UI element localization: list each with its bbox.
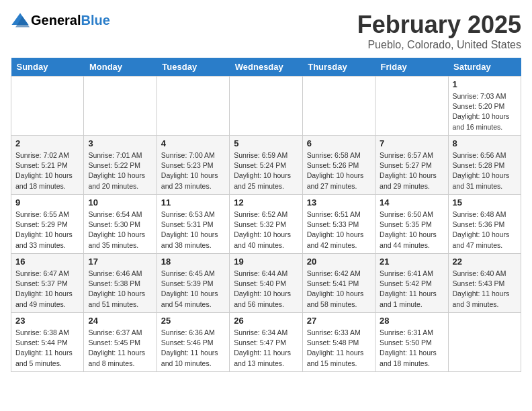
day-number: 11	[161, 197, 225, 208]
day-info: Sunrise: 6:53 AMSunset: 5:31 PMDaylight:…	[161, 210, 225, 250]
calendar-cell: 15Sunrise: 6:48 AMSunset: 5:36 PMDayligh…	[448, 195, 521, 254]
day-number: 7	[380, 138, 443, 148]
day-of-week-header: Sunday	[11, 58, 84, 77]
day-of-week-header: Thursday	[302, 58, 375, 77]
day-info: Sunrise: 7:01 AMSunset: 5:22 PMDaylight:…	[88, 150, 152, 191]
calendar-cell: 3Sunrise: 7:01 AMSunset: 5:22 PMDaylight…	[84, 136, 157, 195]
calendar-cell	[11, 77, 84, 136]
day-number: 23	[15, 316, 79, 326]
calendar-cell: 26Sunrise: 6:34 AMSunset: 5:47 PMDayligh…	[230, 313, 302, 372]
day-info: Sunrise: 6:58 AMSunset: 5:26 PMDaylight:…	[307, 150, 371, 191]
calendar-cell: 6Sunrise: 6:58 AMSunset: 5:26 PMDaylight…	[302, 136, 375, 195]
calendar-cell: 17Sunrise: 6:46 AMSunset: 5:38 PMDayligh…	[84, 254, 157, 313]
calendar-cell: 1Sunrise: 7:03 AMSunset: 5:20 PMDaylight…	[448, 77, 521, 136]
calendar-cell: 11Sunrise: 6:53 AMSunset: 5:31 PMDayligh…	[157, 195, 229, 254]
day-info: Sunrise: 6:46 AMSunset: 5:38 PMDaylight:…	[88, 269, 152, 310]
calendar-cell	[375, 77, 448, 136]
day-info: Sunrise: 6:54 AMSunset: 5:30 PMDaylight:…	[88, 210, 152, 250]
calendar-cell: 24Sunrise: 6:37 AMSunset: 5:45 PMDayligh…	[84, 313, 157, 372]
calendar-cell	[157, 77, 229, 136]
day-info: Sunrise: 6:51 AMSunset: 5:33 PMDaylight:…	[307, 210, 371, 250]
day-info: Sunrise: 6:50 AMSunset: 5:35 PMDaylight:…	[380, 210, 443, 250]
title-block: February 2025 Pueblo, Colorado, United S…	[357, 11, 521, 51]
logo-text: GeneralBlue	[31, 13, 110, 28]
day-of-week-header: Wednesday	[230, 58, 302, 77]
calendar-cell: 13Sunrise: 6:51 AMSunset: 5:33 PMDayligh…	[302, 195, 375, 254]
calendar-cell: 7Sunrise: 6:57 AMSunset: 5:27 PMDaylight…	[375, 136, 448, 195]
day-number: 27	[307, 316, 371, 326]
day-info: Sunrise: 6:59 AMSunset: 5:24 PMDaylight:…	[234, 150, 298, 191]
calendar-cell: 16Sunrise: 6:47 AMSunset: 5:37 PMDayligh…	[11, 254, 84, 313]
day-number: 6	[307, 138, 371, 148]
day-number: 16	[15, 257, 79, 267]
day-number: 22	[453, 257, 517, 267]
day-of-week-header: Monday	[84, 58, 157, 77]
day-info: Sunrise: 6:47 AMSunset: 5:37 PMDaylight:…	[15, 269, 79, 310]
calendar-cell	[302, 77, 375, 136]
calendar-cell: 10Sunrise: 6:54 AMSunset: 5:30 PMDayligh…	[84, 195, 157, 254]
calendar-cell: 21Sunrise: 6:41 AMSunset: 5:42 PMDayligh…	[375, 254, 448, 313]
month-title: February 2025	[357, 11, 521, 39]
day-of-week-header: Friday	[375, 58, 448, 77]
day-header-row: SundayMondayTuesdayWednesdayThursdayFrid…	[11, 58, 521, 77]
logo-icon	[11, 11, 30, 30]
day-info: Sunrise: 6:31 AMSunset: 5:50 PMDaylight:…	[380, 328, 443, 369]
calendar-cell: 9Sunrise: 6:55 AMSunset: 5:29 PMDaylight…	[11, 195, 84, 254]
calendar-cell	[448, 313, 521, 372]
calendar-cell: 8Sunrise: 6:56 AMSunset: 5:28 PMDaylight…	[448, 136, 521, 195]
day-info: Sunrise: 6:40 AMSunset: 5:43 PMDaylight:…	[453, 269, 517, 310]
day-info: Sunrise: 6:37 AMSunset: 5:45 PMDaylight:…	[88, 328, 152, 369]
calendar-week-row: 16Sunrise: 6:47 AMSunset: 5:37 PMDayligh…	[11, 254, 521, 313]
day-number: 19	[234, 257, 298, 267]
day-info: Sunrise: 6:48 AMSunset: 5:36 PMDaylight:…	[453, 210, 517, 250]
day-number: 2	[15, 138, 79, 148]
calendar-cell: 27Sunrise: 6:33 AMSunset: 5:48 PMDayligh…	[302, 313, 375, 372]
day-number: 9	[15, 197, 79, 208]
day-info: Sunrise: 6:55 AMSunset: 5:29 PMDaylight:…	[15, 210, 79, 250]
day-number: 10	[88, 197, 152, 208]
day-info: Sunrise: 7:03 AMSunset: 5:20 PMDaylight:…	[453, 91, 517, 132]
day-number: 5	[234, 138, 298, 148]
day-info: Sunrise: 6:42 AMSunset: 5:41 PMDaylight:…	[307, 269, 371, 310]
day-info: Sunrise: 6:57 AMSunset: 5:27 PMDaylight:…	[380, 150, 443, 191]
day-of-week-header: Saturday	[448, 58, 521, 77]
calendar-week-row: 23Sunrise: 6:38 AMSunset: 5:44 PMDayligh…	[11, 313, 521, 372]
day-info: Sunrise: 6:52 AMSunset: 5:32 PMDaylight:…	[234, 210, 298, 250]
day-number: 13	[307, 197, 371, 208]
day-of-week-header: Tuesday	[157, 58, 229, 77]
day-number: 15	[453, 197, 517, 208]
calendar-cell: 20Sunrise: 6:42 AMSunset: 5:41 PMDayligh…	[302, 254, 375, 313]
calendar-cell: 14Sunrise: 6:50 AMSunset: 5:35 PMDayligh…	[375, 195, 448, 254]
calendar-cell	[84, 77, 157, 136]
day-number: 28	[380, 316, 443, 326]
calendar-cell: 2Sunrise: 7:02 AMSunset: 5:21 PMDaylight…	[11, 136, 84, 195]
day-info: Sunrise: 6:44 AMSunset: 5:40 PMDaylight:…	[234, 269, 298, 310]
calendar-week-row: 2Sunrise: 7:02 AMSunset: 5:21 PMDaylight…	[11, 136, 521, 195]
day-info: Sunrise: 6:34 AMSunset: 5:47 PMDaylight:…	[234, 328, 298, 369]
day-number: 21	[380, 257, 443, 267]
day-number: 25	[161, 316, 225, 326]
calendar-table: SundayMondayTuesdayWednesdayThursdayFrid…	[11, 58, 521, 372]
day-number: 12	[234, 197, 298, 208]
day-number: 20	[307, 257, 371, 267]
day-info: Sunrise: 6:41 AMSunset: 5:42 PMDaylight:…	[380, 269, 443, 310]
day-number: 14	[380, 197, 443, 208]
day-number: 24	[88, 316, 152, 326]
calendar-cell: 19Sunrise: 6:44 AMSunset: 5:40 PMDayligh…	[230, 254, 302, 313]
day-number: 4	[161, 138, 225, 148]
calendar-cell: 4Sunrise: 7:00 AMSunset: 5:23 PMDaylight…	[157, 136, 229, 195]
calendar-cell: 25Sunrise: 6:36 AMSunset: 5:46 PMDayligh…	[157, 313, 229, 372]
logo: GeneralBlue	[11, 11, 110, 30]
day-number: 3	[88, 138, 152, 148]
day-number: 26	[234, 316, 298, 326]
day-info: Sunrise: 6:33 AMSunset: 5:48 PMDaylight:…	[307, 328, 371, 369]
day-info: Sunrise: 6:45 AMSunset: 5:39 PMDaylight:…	[161, 269, 225, 310]
calendar-cell: 28Sunrise: 6:31 AMSunset: 5:50 PMDayligh…	[375, 313, 448, 372]
day-info: Sunrise: 6:56 AMSunset: 5:28 PMDaylight:…	[453, 150, 517, 191]
day-number: 17	[88, 257, 152, 267]
day-number: 18	[161, 257, 225, 267]
calendar-cell: 12Sunrise: 6:52 AMSunset: 5:32 PMDayligh…	[230, 195, 302, 254]
day-number: 8	[453, 138, 517, 148]
day-info: Sunrise: 6:36 AMSunset: 5:46 PMDaylight:…	[161, 328, 225, 369]
calendar-cell: 18Sunrise: 6:45 AMSunset: 5:39 PMDayligh…	[157, 254, 229, 313]
